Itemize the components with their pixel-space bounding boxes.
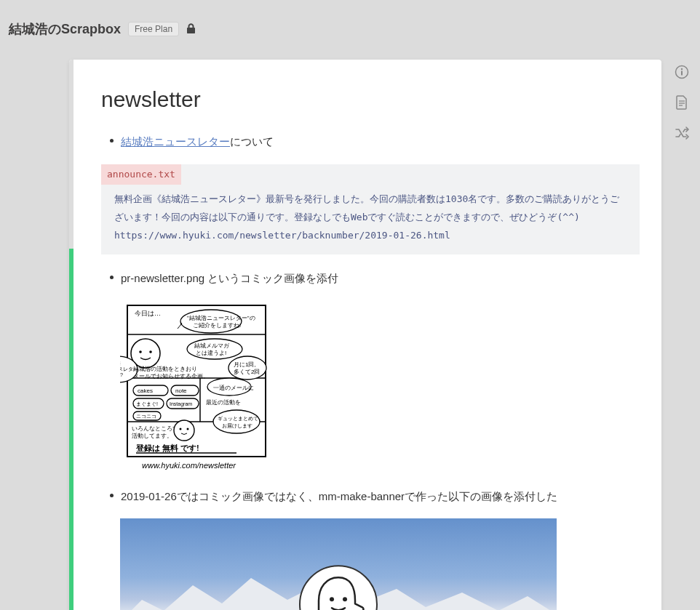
internal-link[interactable]: 結城浩ニュースレター bbox=[121, 135, 230, 148]
svg-text:"結城浩ニュースレター"の: "結城浩ニュースレター"の bbox=[187, 315, 255, 321]
code-filename[interactable]: announce.txt bbox=[101, 164, 181, 185]
svg-text:ご紹介をしますね!: ご紹介をしますね! bbox=[193, 322, 241, 329]
document-icon[interactable] bbox=[674, 95, 690, 111]
svg-point-47 bbox=[330, 598, 334, 602]
svg-text:まぐまぐ!: まぐまぐ! bbox=[136, 401, 158, 407]
svg-point-48 bbox=[343, 598, 347, 602]
code-line: https://www.hyuki.com/newsletter/backnum… bbox=[114, 227, 627, 245]
list-item[interactable]: pr-newsletter.png というコミック画像を添付 bbox=[101, 269, 640, 288]
svg-point-10 bbox=[139, 350, 142, 353]
bullet-icon bbox=[110, 494, 114, 497]
svg-text:活動してます。: 活動してます。 bbox=[132, 433, 172, 439]
comic-url: www.hyuki.com/newsletter bbox=[142, 461, 236, 470]
bullet-icon bbox=[110, 139, 114, 143]
svg-point-6 bbox=[180, 310, 242, 333]
code-line: 無料企画《結城浩ニュースレター》最新号を発行しました。今回の購読者数は1030名… bbox=[114, 190, 627, 226]
svg-text:cakes: cakes bbox=[138, 388, 153, 394]
page-title[interactable]: newsletter bbox=[101, 87, 640, 112]
text: pr-newsletter.png というコミック画像を添付 bbox=[121, 269, 338, 288]
svg-text:いろんなところで: いろんなところで bbox=[132, 425, 179, 432]
svg-point-42 bbox=[174, 420, 194, 441]
lock-icon bbox=[186, 23, 196, 36]
svg-text:結城メルマガ: 結城メルマガ bbox=[194, 342, 230, 349]
svg-text:多くて2回: 多くて2回 bbox=[234, 369, 260, 375]
shuffle-icon[interactable] bbox=[674, 125, 690, 141]
svg-text:とは?: とは? bbox=[120, 372, 123, 378]
list-item[interactable]: 結城浩ニュースレターについて bbox=[101, 132, 640, 151]
svg-text:最近の活動を: 最近の活動を bbox=[206, 399, 241, 406]
svg-text:月に1回,: 月に1回, bbox=[234, 361, 256, 368]
comic-image[interactable]: 今日は… "結城浩ニュースレター"の ご紹介をしますね! 結城メルマガ とは違う… bbox=[120, 301, 285, 474]
bullet-icon bbox=[110, 276, 114, 279]
svg-point-37 bbox=[213, 410, 260, 433]
text: について bbox=[230, 135, 274, 148]
svg-text:ギュッとまとめて: ギュッとまとめて bbox=[218, 416, 258, 422]
info-icon[interactable] bbox=[674, 64, 690, 80]
list-item[interactable]: 2019-01-26ではコミック画像ではなく、mm-make-bannerで作っ… bbox=[101, 487, 640, 506]
svg-text:とは違うよ!: とは違うよ! bbox=[196, 350, 226, 356]
page-card: newsletter 結城浩ニュースレターについて announce.txt 無… bbox=[69, 60, 661, 610]
svg-text:Instagram: Instagram bbox=[170, 401, 192, 407]
svg-text:ニコニコ: ニコニコ bbox=[136, 414, 156, 419]
svg-text:今日は…: 今日は… bbox=[135, 310, 161, 317]
right-rail bbox=[674, 64, 690, 141]
svg-point-21 bbox=[228, 356, 266, 380]
svg-text:登録は 無料 です!: 登録は 無料 です! bbox=[135, 444, 199, 453]
banner-image[interactable] bbox=[120, 518, 557, 610]
svg-text:一通のメールに: 一通のメールに bbox=[213, 385, 254, 391]
svg-point-44 bbox=[187, 428, 189, 430]
svg-text:お届けします: お届けします bbox=[222, 423, 252, 429]
svg-text:メールでお知らせする企画。: メールでお知らせする企画。 bbox=[133, 373, 209, 380]
code-block[interactable]: announce.txt 無料企画《結城浩ニュースレター》最新号を発行しました。… bbox=[101, 164, 640, 255]
plan-badge: Free Plan bbox=[128, 22, 179, 36]
header: 結城浩のScrapbox Free Plan bbox=[0, 0, 700, 38]
svg-text:note: note bbox=[175, 388, 187, 394]
svg-text:結城浩: 結城浩 bbox=[120, 361, 121, 366]
svg-rect-51 bbox=[681, 71, 683, 76]
text: 2019-01-26ではコミック画像ではなく、mm-make-bannerで作っ… bbox=[121, 487, 557, 506]
svg-point-11 bbox=[149, 350, 152, 353]
telomere-bar bbox=[69, 60, 73, 610]
project-name[interactable]: 結城浩のScrapbox bbox=[9, 20, 121, 38]
svg-text:結城浩の活動をときおり: 結城浩の活動をときおり bbox=[132, 366, 197, 372]
svg-point-43 bbox=[180, 428, 182, 430]
svg-point-50 bbox=[681, 68, 683, 70]
